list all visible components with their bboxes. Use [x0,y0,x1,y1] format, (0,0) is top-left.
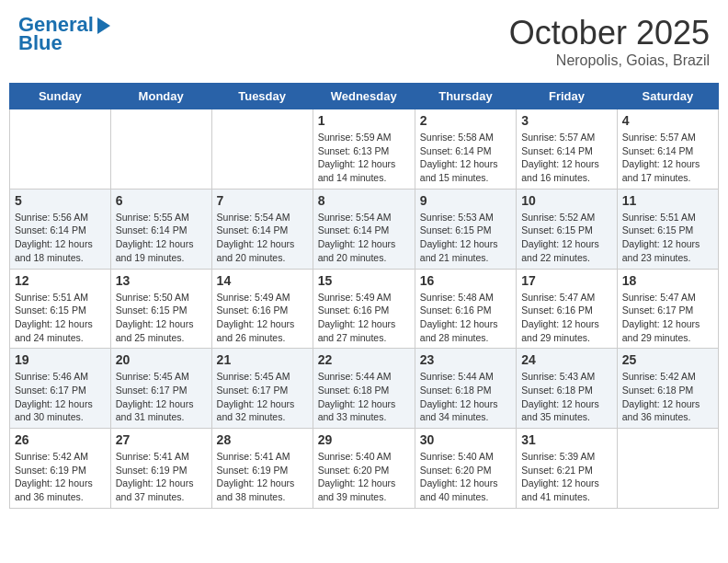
day-number: 28 [217,432,308,447]
table-row: 9Sunrise: 5:53 AM Sunset: 6:15 PM Daylig… [415,189,516,269]
day-number: 4 [622,113,713,128]
table-row: 11Sunrise: 5:51 AM Sunset: 6:15 PM Dayli… [617,189,718,269]
table-row: 15Sunrise: 5:49 AM Sunset: 6:16 PM Dayli… [313,269,415,349]
day-info: Sunrise: 5:43 AM Sunset: 6:18 PM Dayligh… [521,370,612,424]
day-number: 26 [15,432,106,447]
day-number: 7 [217,193,308,208]
day-number: 6 [116,193,207,208]
day-number: 18 [622,273,713,288]
table-row [617,429,718,509]
day-info: Sunrise: 5:45 AM Sunset: 6:17 PM Dayligh… [217,370,308,424]
calendar-week-row: 19Sunrise: 5:46 AM Sunset: 6:17 PM Dayli… [10,349,719,429]
day-info: Sunrise: 5:42 AM Sunset: 6:19 PM Dayligh… [15,450,106,504]
day-info: Sunrise: 5:54 AM Sunset: 6:14 PM Dayligh… [318,211,410,265]
day-number: 29 [318,432,410,447]
table-row: 10Sunrise: 5:52 AM Sunset: 6:15 PM Dayli… [517,189,618,269]
day-number: 19 [15,352,106,367]
day-number: 14 [217,273,308,288]
day-number: 13 [116,273,207,288]
col-friday: Friday [517,84,618,109]
table-row: 3Sunrise: 5:57 AM Sunset: 6:14 PM Daylig… [517,109,618,190]
table-row: 16Sunrise: 5:48 AM Sunset: 6:16 PM Dayli… [415,269,516,349]
table-row [10,109,111,190]
table-row: 1Sunrise: 5:59 AM Sunset: 6:13 PM Daylig… [313,109,415,190]
table-row: 29Sunrise: 5:40 AM Sunset: 6:20 PM Dayli… [313,429,415,509]
day-info: Sunrise: 5:56 AM Sunset: 6:14 PM Dayligh… [15,211,106,265]
day-number: 1 [318,113,410,128]
day-number: 11 [622,193,713,208]
table-row: 31Sunrise: 5:39 AM Sunset: 6:21 PM Dayli… [517,429,618,509]
day-number: 10 [521,193,612,208]
table-row: 28Sunrise: 5:41 AM Sunset: 6:19 PM Dayli… [211,429,313,509]
day-number: 27 [116,432,207,447]
col-sunday: Sunday [10,84,111,109]
day-number: 17 [521,273,612,288]
table-row [110,109,211,190]
day-number: 12 [15,273,106,288]
day-number: 23 [420,352,511,367]
table-row: 14Sunrise: 5:49 AM Sunset: 6:16 PM Dayli… [211,269,313,349]
table-row: 26Sunrise: 5:42 AM Sunset: 6:19 PM Dayli… [10,429,111,509]
day-number: 22 [318,352,410,367]
day-info: Sunrise: 5:51 AM Sunset: 6:15 PM Dayligh… [622,211,713,265]
location-subtitle: Neropolis, Goias, Brazil [509,52,710,69]
table-row: 27Sunrise: 5:41 AM Sunset: 6:19 PM Dayli… [110,429,211,509]
table-row: 18Sunrise: 5:47 AM Sunset: 6:17 PM Dayli… [617,269,718,349]
day-number: 31 [521,432,612,447]
table-row: 12Sunrise: 5:51 AM Sunset: 6:15 PM Dayli… [10,269,111,349]
day-info: Sunrise: 5:46 AM Sunset: 6:17 PM Dayligh… [15,370,106,424]
day-info: Sunrise: 5:51 AM Sunset: 6:15 PM Dayligh… [15,291,106,345]
calendar-week-row: 26Sunrise: 5:42 AM Sunset: 6:19 PM Dayli… [10,429,719,509]
calendar-header-row: Sunday Monday Tuesday Wednesday Thursday… [10,84,719,109]
table-row: 13Sunrise: 5:50 AM Sunset: 6:15 PM Dayli… [110,269,211,349]
day-info: Sunrise: 5:50 AM Sunset: 6:15 PM Dayligh… [116,291,207,345]
page-header: General Blue October 2025 Neropolis, Goi… [9,9,719,74]
day-info: Sunrise: 5:54 AM Sunset: 6:14 PM Dayligh… [217,211,308,265]
day-info: Sunrise: 5:53 AM Sunset: 6:15 PM Dayligh… [420,211,511,265]
table-row: 20Sunrise: 5:45 AM Sunset: 6:17 PM Dayli… [110,349,211,429]
table-row: 22Sunrise: 5:44 AM Sunset: 6:18 PM Dayli… [313,349,415,429]
table-row: 19Sunrise: 5:46 AM Sunset: 6:17 PM Dayli… [10,349,111,429]
day-number: 24 [521,352,612,367]
col-saturday: Saturday [617,84,718,109]
day-info: Sunrise: 5:48 AM Sunset: 6:16 PM Dayligh… [420,291,511,345]
table-row: 5Sunrise: 5:56 AM Sunset: 6:14 PM Daylig… [10,189,111,269]
day-info: Sunrise: 5:41 AM Sunset: 6:19 PM Dayligh… [116,450,207,504]
logo: General Blue [18,14,110,54]
day-number: 20 [116,352,207,367]
calendar-table: Sunday Monday Tuesday Wednesday Thursday… [9,83,719,509]
table-row: 23Sunrise: 5:44 AM Sunset: 6:18 PM Dayli… [415,349,516,429]
day-info: Sunrise: 5:44 AM Sunset: 6:18 PM Dayligh… [318,370,410,424]
day-info: Sunrise: 5:47 AM Sunset: 6:16 PM Dayligh… [521,291,612,345]
table-row [211,109,313,190]
table-row: 4Sunrise: 5:57 AM Sunset: 6:14 PM Daylig… [617,109,718,190]
table-row: 17Sunrise: 5:47 AM Sunset: 6:16 PM Dayli… [517,269,618,349]
day-info: Sunrise: 5:57 AM Sunset: 6:14 PM Dayligh… [622,131,713,185]
table-row: 7Sunrise: 5:54 AM Sunset: 6:14 PM Daylig… [211,189,313,269]
table-row: 2Sunrise: 5:58 AM Sunset: 6:14 PM Daylig… [415,109,516,190]
day-info: Sunrise: 5:55 AM Sunset: 6:14 PM Dayligh… [116,211,207,265]
day-number: 3 [521,113,612,128]
table-row: 8Sunrise: 5:54 AM Sunset: 6:14 PM Daylig… [313,189,415,269]
day-info: Sunrise: 5:49 AM Sunset: 6:16 PM Dayligh… [217,291,308,345]
day-info: Sunrise: 5:58 AM Sunset: 6:14 PM Dayligh… [420,131,511,185]
table-row: 30Sunrise: 5:40 AM Sunset: 6:20 PM Dayli… [415,429,516,509]
table-row: 6Sunrise: 5:55 AM Sunset: 6:14 PM Daylig… [110,189,211,269]
day-number: 30 [420,432,511,447]
calendar-week-row: 5Sunrise: 5:56 AM Sunset: 6:14 PM Daylig… [10,189,719,269]
col-monday: Monday [110,84,211,109]
day-number: 15 [318,273,410,288]
day-number: 9 [420,193,511,208]
col-thursday: Thursday [415,84,516,109]
logo-arrow-icon [97,17,110,34]
calendar-week-row: 1Sunrise: 5:59 AM Sunset: 6:13 PM Daylig… [10,109,719,190]
day-number: 25 [622,352,713,367]
day-number: 8 [318,193,410,208]
day-info: Sunrise: 5:47 AM Sunset: 6:17 PM Dayligh… [622,291,713,345]
day-info: Sunrise: 5:40 AM Sunset: 6:20 PM Dayligh… [420,450,511,504]
day-info: Sunrise: 5:49 AM Sunset: 6:16 PM Dayligh… [318,291,410,345]
day-info: Sunrise: 5:40 AM Sunset: 6:20 PM Dayligh… [318,450,410,504]
day-info: Sunrise: 5:45 AM Sunset: 6:17 PM Dayligh… [116,370,207,424]
month-title: October 2025 [509,14,710,52]
day-info: Sunrise: 5:44 AM Sunset: 6:18 PM Dayligh… [420,370,511,424]
